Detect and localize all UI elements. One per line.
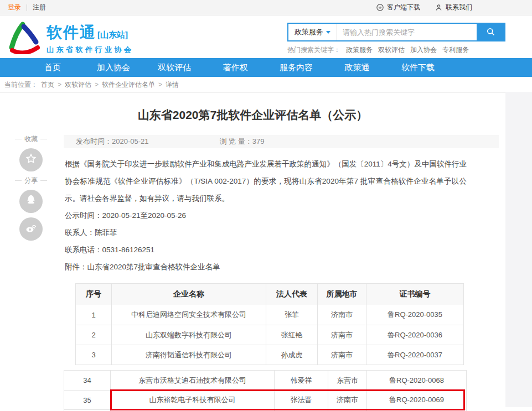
page-background-strip xyxy=(505,92,532,407)
table-cell: 孙成虎 xyxy=(266,345,317,365)
weibo-icon xyxy=(24,221,38,237)
table-header-cell: 证书编号 xyxy=(366,284,463,305)
table-cell: 张菲 xyxy=(266,305,317,325)
person-icon xyxy=(435,3,443,12)
view-count-value: 379 xyxy=(252,137,265,145)
hot-keyword-1[interactable]: 政策服务 xyxy=(346,45,373,55)
nav-item-3[interactable]: 双软评估 xyxy=(144,58,205,77)
client-download-link[interactable]: 客户端下载 xyxy=(376,3,420,12)
table-cell: 东营市沃格艾迪石油技术有限公司 xyxy=(110,371,274,390)
hot-keywords-line: 热门搜索关键字： 政策服务双软评估加入协会专利服务 xyxy=(287,45,505,55)
brand-block[interactable]: 软件通 [山东站] 山东省软件行业协会 xyxy=(47,22,134,55)
nav-item-1[interactable]: 首页 xyxy=(22,58,83,77)
table-cell: 东营市 xyxy=(328,371,366,390)
cloud-download-icon xyxy=(376,3,384,12)
search-button[interactable] xyxy=(477,24,504,40)
paragraph-3: 联系人：陈菲菲 xyxy=(65,224,467,241)
contact-us-link[interactable]: 联系我们 xyxy=(435,3,472,12)
table-cell: 1 xyxy=(76,305,111,325)
publish-time-value: 2020-05-21 xyxy=(112,137,149,145)
dash-line xyxy=(15,180,22,181)
qq-icon xyxy=(24,194,38,209)
table-row-35: 35山东裕乾电子科技有限公司张法晋济南市鲁RQ-2020-0069 xyxy=(64,390,466,409)
dash-line xyxy=(40,180,47,181)
article-body: 根据《国务院关于印发进一步鼓励软件产业和集成电路产业发展若干政策的通知》（国发〔… xyxy=(65,155,467,275)
favorite-label: 收藏 xyxy=(24,134,38,144)
side-toolbar: 收藏 分享 xyxy=(15,131,47,245)
auth-links: 登录 注册 xyxy=(8,3,46,12)
table-cell: 鲁RQ-2020-0068 xyxy=(366,371,466,390)
table-cell: 中科启迪网络空间安全技术有限公司 xyxy=(111,305,266,325)
breadcrumb-item-4[interactable]: 详情 xyxy=(166,77,179,92)
breadcrumb-item-3[interactable]: 软件企业评估名单 xyxy=(102,77,155,92)
page-title: 山东省2020第7批软件企业评估名单（公示） xyxy=(0,107,505,123)
table-cell: 鲁RQ-2020-0037 xyxy=(366,345,463,365)
table-cell: 鲁RQ-2020-0035 xyxy=(366,305,463,325)
table-header-row: 序号企业名称法人代表所属地市证书编号 xyxy=(76,284,463,305)
breadcrumb-separator: > xyxy=(158,77,162,92)
share-section-label: 分享 xyxy=(15,176,47,185)
table-cell: 鲁RQ-2020-0069 xyxy=(366,391,466,409)
table-cell: 鲁RQ-2020-0036 xyxy=(366,325,463,345)
nav-item-6[interactable]: 政策通 xyxy=(327,58,388,77)
table-row-3: 3济南得韬通信科技有限公司孙成虎济南市鲁RQ-2020-0037 xyxy=(76,345,463,365)
company-table-top: 序号企业名称法人代表所属地市证书编号 1中科启迪网络空间安全技术有限公司张菲济南… xyxy=(75,283,464,365)
article-meta-bar: 发布时间：2020-05-21 浏 览 量：379 xyxy=(64,135,499,148)
view-count: 浏 览 量：379 xyxy=(220,137,265,147)
nav-item-4[interactable]: 著作权 xyxy=(205,58,266,77)
table-header-cell: 法人代表 xyxy=(266,284,317,305)
main-nav: 首页加入协会双软评估著作权服务内容政策通软件下载 xyxy=(0,58,532,77)
table-cell: 34 xyxy=(64,371,110,390)
paragraph-2: 公示时间：2020-05-21至2020-05-26 xyxy=(65,207,467,224)
search-box: 政策服务 xyxy=(287,23,505,41)
publish-time-label: 发布时间： xyxy=(76,137,112,145)
nav-item-5[interactable]: 服务内容 xyxy=(266,58,327,77)
brand-name: 软件通 xyxy=(47,22,96,43)
hot-keywords: 政策服务双软评估加入协会专利服务 xyxy=(346,45,469,55)
table-row-2: 2山东双端数字科技有限公司张红艳济南市鲁RQ-2020-0036 xyxy=(76,325,463,345)
hot-keywords-label: 热门搜索关键字： xyxy=(287,45,340,55)
favorite-button[interactable] xyxy=(19,148,43,171)
table-header-cell: 所属地市 xyxy=(317,284,366,305)
nav-item-2[interactable]: 加入协会 xyxy=(83,58,144,77)
search-category-dropdown[interactable]: 政策服务 xyxy=(288,24,337,40)
breadcrumb-separator: > xyxy=(95,77,99,92)
table-cell: 2 xyxy=(76,325,111,345)
breadcrumb-separator: > xyxy=(58,77,61,92)
paragraph-1: 根据《国务院关于印发进一步鼓励软件产业和集成电路产业发展若干政策的通知》（国发〔… xyxy=(65,155,467,207)
table-cell: 35 xyxy=(64,391,110,409)
search-area: 政策服务 热门搜索关键字： 政策服务双软评估加入协会专利服务 xyxy=(287,23,505,55)
table-cell: 济南市 xyxy=(317,325,366,345)
company-table-bottom: 34东营市沃格艾迪石油技术有限公司韩爱祥东营市鲁RQ-2020-006835山东… xyxy=(64,370,467,411)
table-cell: 张红艳 xyxy=(266,325,317,345)
share-qq-button[interactable] xyxy=(19,190,43,213)
breadcrumb-item-1[interactable]: 首页 xyxy=(41,77,54,92)
table-cell: 济南市 xyxy=(317,305,366,325)
share-weibo-button[interactable] xyxy=(19,217,43,241)
site-logo-icon[interactable] xyxy=(6,20,43,56)
paragraph-4: 联系电话：0531-86126251 xyxy=(65,241,467,258)
site-header: 软件通 [山东站] 山东省软件行业协会 政策服务 xyxy=(0,15,532,58)
breadcrumb-item-2[interactable]: 双软评估 xyxy=(65,77,91,92)
dash-line xyxy=(40,139,47,139)
table-cell: 韩爱祥 xyxy=(274,371,328,390)
brand-station: [山东站] xyxy=(97,30,128,40)
page: 登录 注册 客户端下载 联系我们 xyxy=(0,0,532,411)
brand-subtitle: 山东省软件行业协会 xyxy=(47,45,134,55)
hot-keyword-2[interactable]: 双软评估 xyxy=(378,45,405,55)
top-utility-bar: 登录 注册 客户端下载 联系我们 xyxy=(0,0,532,15)
client-download-label: 客户端下载 xyxy=(387,3,420,12)
dash-line xyxy=(15,139,22,139)
table-row-34: 34东营市沃格艾迪石油技术有限公司韩爱祥东营市鲁RQ-2020-0068 xyxy=(64,371,466,390)
hot-keyword-3[interactable]: 加入协会 xyxy=(410,45,437,55)
table-cell: 山东双端数字科技有限公司 xyxy=(111,325,266,345)
search-input[interactable] xyxy=(337,24,477,40)
nav-item-7[interactable]: 软件下载 xyxy=(388,58,448,77)
hot-keyword-4[interactable]: 专利服务 xyxy=(442,45,469,55)
publish-time: 发布时间：2020-05-21 xyxy=(76,137,149,147)
share-label: 分享 xyxy=(24,176,38,185)
register-link[interactable]: 注册 xyxy=(33,3,46,12)
breadcrumb-label: 当前位置： xyxy=(4,77,38,92)
login-link[interactable]: 登录 xyxy=(8,3,21,12)
breadcrumb-items: 首页>双软评估>软件企业评估名单>详情 xyxy=(41,77,179,92)
